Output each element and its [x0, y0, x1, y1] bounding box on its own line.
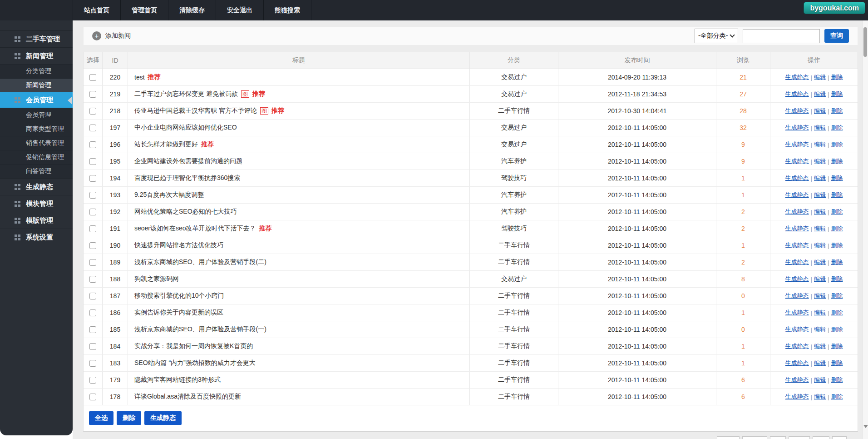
- action-delete[interactable]: 删除: [831, 359, 843, 367]
- scroll-down-arrow-icon[interactable]: [863, 425, 868, 428]
- action-edit[interactable]: 编辑: [814, 73, 826, 81]
- sidebar-item[interactable]: 问答管理: [0, 164, 73, 178]
- sidebar-item[interactable]: 模版管理: [0, 212, 73, 229]
- action-generate-static[interactable]: 生成静态: [785, 157, 809, 165]
- sidebar-item[interactable]: 会员管理: [0, 108, 73, 122]
- row-title[interactable]: 详谈Global.asa清除及百度快照的更新: [134, 393, 241, 401]
- action-generate-static[interactable]: 生成静态: [785, 107, 809, 115]
- action-generate-static[interactable]: 生成静态: [785, 224, 809, 233]
- row-checkbox[interactable]: [89, 259, 96, 266]
- row-title[interactable]: 实战分享：我是如何一周内恢复被K首页的: [134, 342, 253, 350]
- action-generate-static[interactable]: 生成静态: [785, 140, 809, 149]
- action-delete[interactable]: 删除: [831, 258, 843, 266]
- action-generate-static[interactable]: 生成静态: [785, 90, 809, 98]
- topbar-nav-item[interactable]: 站点首页: [73, 0, 121, 20]
- action-generate-static[interactable]: 生成静态: [785, 342, 809, 350]
- row-title[interactable]: SEO站内篇 “内力”强劲招数的威力才会更大: [134, 359, 256, 367]
- row-title[interactable]: 中小企业电商网站应该如何优化SEO: [134, 124, 237, 132]
- row-title[interactable]: 狗凯之家源码网: [134, 275, 179, 283]
- action-edit[interactable]: 编辑: [814, 157, 826, 165]
- sidebar-item[interactable]: 商家类型管理: [0, 122, 73, 136]
- row-title[interactable]: 浅析京东商城的SEO、用户体验及营销手段(一): [134, 325, 266, 334]
- action-edit[interactable]: 编辑: [814, 241, 826, 249]
- row-checkbox[interactable]: [89, 326, 96, 333]
- pagination-button[interactable]: [813, 436, 829, 439]
- action-edit[interactable]: 编辑: [814, 224, 826, 233]
- action-edit[interactable]: 编辑: [814, 140, 826, 149]
- action-delete[interactable]: 删除: [831, 191, 843, 199]
- pagination-button[interactable]: [742, 436, 767, 439]
- row-checkbox[interactable]: [89, 209, 96, 215]
- row-title[interactable]: 实例告诉你关于内容更新的误区: [134, 309, 223, 317]
- action-generate-static[interactable]: 生成静态: [785, 208, 809, 216]
- sidebar-item[interactable]: 销售代表管理: [0, 136, 73, 150]
- action-edit[interactable]: 编辑: [814, 309, 826, 317]
- action-generate-static[interactable]: 生成静态: [785, 73, 809, 81]
- action-delete[interactable]: 删除: [831, 241, 843, 249]
- action-delete[interactable]: 删除: [831, 208, 843, 216]
- action-delete[interactable]: 删除: [831, 275, 843, 283]
- row-title[interactable]: 移动搜索引擎优化的10个小窍门: [134, 292, 224, 300]
- row-checkbox[interactable]: [89, 343, 96, 350]
- action-delete[interactable]: 删除: [831, 292, 843, 300]
- action-edit[interactable]: 编辑: [814, 376, 826, 384]
- row-checkbox[interactable]: [89, 293, 96, 299]
- vertical-scrollbar[interactable]: [862, 20, 868, 439]
- row-title[interactable]: 百度现已趋于理智化平衡抗挣360搜索: [134, 174, 240, 182]
- scrollbar-thumb[interactable]: [863, 27, 867, 57]
- row-checkbox[interactable]: [89, 108, 96, 115]
- bulk-delete-button[interactable]: 删除: [117, 411, 141, 425]
- action-edit[interactable]: 编辑: [814, 174, 826, 182]
- action-edit[interactable]: 编辑: [814, 124, 826, 132]
- row-checkbox[interactable]: [89, 394, 96, 400]
- action-delete[interactable]: 删除: [831, 73, 843, 81]
- action-edit[interactable]: 编辑: [814, 275, 826, 283]
- sidebar-item[interactable]: 促销信息管理: [0, 150, 73, 164]
- row-checkbox[interactable]: [89, 225, 96, 232]
- topbar-nav-item[interactable]: 清除缓存: [168, 0, 216, 20]
- row-checkbox[interactable]: [89, 141, 96, 148]
- action-generate-static[interactable]: 生成静态: [785, 275, 809, 283]
- action-generate-static[interactable]: 生成静态: [785, 393, 809, 401]
- row-title[interactable]: 网站优化策略之SEO必知的七大技巧: [134, 208, 237, 216]
- action-edit[interactable]: 编辑: [814, 292, 826, 300]
- row-checkbox[interactable]: [89, 158, 96, 165]
- row-title[interactable]: 9.25百度再次大幅度调整: [134, 191, 204, 199]
- action-delete[interactable]: 删除: [831, 124, 843, 132]
- action-edit[interactable]: 编辑: [814, 325, 826, 334]
- search-input[interactable]: [743, 29, 820, 43]
- action-edit[interactable]: 编辑: [814, 342, 826, 350]
- pagination-button[interactable]: [832, 436, 847, 439]
- row-checkbox[interactable]: [89, 192, 96, 199]
- action-delete[interactable]: 删除: [831, 140, 843, 149]
- action-edit[interactable]: 编辑: [814, 191, 826, 199]
- action-generate-static[interactable]: 生成静态: [785, 241, 809, 249]
- pagination-button[interactable]: [770, 436, 786, 439]
- action-delete[interactable]: 删除: [831, 376, 843, 384]
- add-news-button[interactable]: + 添加新闻: [92, 31, 131, 40]
- row-checkbox[interactable]: [89, 74, 96, 81]
- action-generate-static[interactable]: 生成静态: [785, 309, 809, 317]
- action-delete[interactable]: 删除: [831, 90, 843, 98]
- row-checkbox[interactable]: [89, 125, 96, 131]
- action-delete[interactable]: 删除: [831, 157, 843, 165]
- row-checkbox[interactable]: [89, 360, 96, 367]
- row-checkbox[interactable]: [89, 242, 96, 249]
- pagination-button[interactable]: [789, 436, 810, 439]
- action-generate-static[interactable]: 生成静态: [785, 359, 809, 367]
- sidebar-item[interactable]: 模块管理: [0, 195, 73, 212]
- sidebar-item[interactable]: 新闻管理: [0, 47, 73, 64]
- action-edit[interactable]: 编辑: [814, 90, 826, 98]
- sidebar-item[interactable]: 新闻管理: [0, 78, 73, 92]
- row-title[interactable]: 传亚马逊中国总裁王汉华离职 官方不予评论: [134, 107, 257, 115]
- row-title[interactable]: 浅析京东商城的SEO、用户体验及营销手段(二): [134, 258, 266, 266]
- sidebar-item[interactable]: 生成静态: [0, 178, 73, 195]
- topbar-nav-item[interactable]: 管理首页: [121, 0, 168, 20]
- action-delete[interactable]: 删除: [831, 224, 843, 233]
- action-edit[interactable]: 编辑: [814, 393, 826, 401]
- action-delete[interactable]: 删除: [831, 325, 843, 334]
- row-title[interactable]: 站长怎样才能做到更好: [134, 140, 198, 149]
- action-delete[interactable]: 删除: [831, 342, 843, 350]
- action-generate-static[interactable]: 生成静态: [785, 124, 809, 132]
- action-generate-static[interactable]: 生成静态: [785, 376, 809, 384]
